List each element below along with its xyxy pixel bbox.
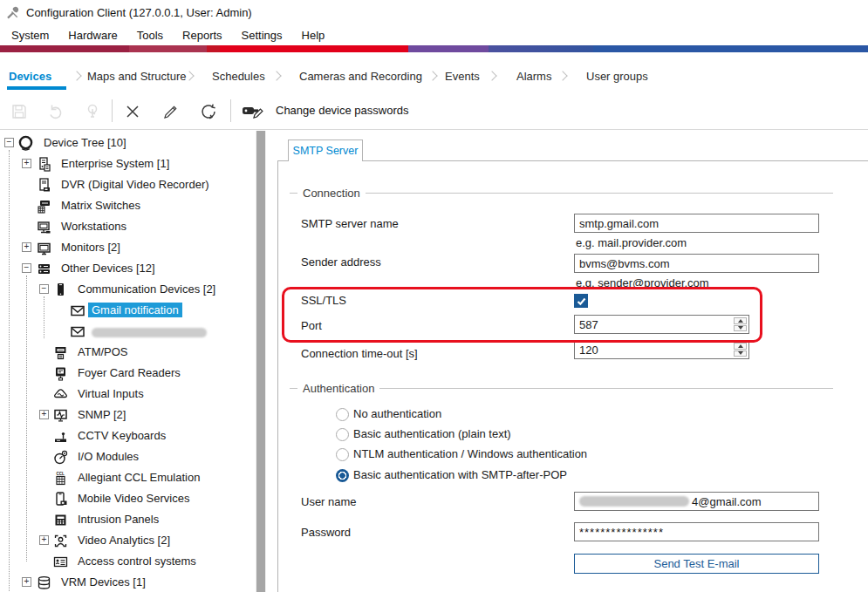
change-passwords-label[interactable]: Change device passwords: [276, 104, 408, 117]
refresh-button[interactable]: [199, 102, 218, 121]
connection-section-header: Connection: [290, 187, 833, 200]
tree-row[interactable]: Mobile Video Services: [0, 488, 256, 509]
auth-option-label[interactable]: NTLM authentication / Windows authentica…: [353, 447, 587, 460]
tree-row[interactable]: [0, 321, 256, 342]
tab-alarms[interactable]: Alarms: [516, 70, 551, 83]
tree-row[interactable]: +Enterprise System [1]: [0, 153, 256, 174]
tree-item-label[interactable]: Foyer Card Readers: [74, 365, 184, 380]
auth-option-label[interactable]: No authentication: [353, 407, 441, 420]
tree-expander-collapse[interactable]: −: [22, 263, 31, 273]
tree-row[interactable]: CCTV Keyboards: [0, 425, 256, 446]
tree-item-label[interactable]: DVR (Digital Video Recorder): [58, 177, 213, 192]
tab-user-groups[interactable]: User groups: [586, 70, 648, 83]
tree-row[interactable]: Gmail notification: [0, 300, 256, 321]
tree-row[interactable]: Access control systems: [0, 551, 256, 572]
auth-radio-selected[interactable]: [336, 469, 349, 482]
auth-option-label[interactable]: Basic authentication with SMTP-after-POP: [353, 468, 567, 481]
tree-item-label[interactable]: SNMP [2]: [74, 407, 129, 422]
tree-row[interactable]: I/O Modules: [0, 446, 256, 467]
scrollbar-thumb[interactable]: [256, 131, 265, 592]
active-tab-underline: [7, 86, 66, 90]
tree-row[interactable]: +Monitors [2]: [0, 237, 256, 258]
tree-row[interactable]: +SNMP [2]: [0, 405, 256, 425]
tree-item-label[interactable]: Matrix Switches: [58, 198, 144, 213]
spin-up-icon[interactable]: [734, 317, 747, 324]
activate-button[interactable]: [83, 102, 102, 121]
tree-item-label[interactable]: Intrusion Panels: [74, 512, 162, 527]
tree-item-label[interactable]: Device Tree [10]: [40, 135, 130, 150]
menu-bar: System Hardware Tools Reports Settings H…: [0, 24, 868, 45]
tree-expander-expand[interactable]: +: [22, 242, 31, 252]
sender-address-input[interactable]: bvms@bvms.com: [574, 254, 819, 273]
tree-item-label[interactable]: Other Devices [12]: [58, 261, 159, 276]
tree-expander-collapse[interactable]: −: [4, 138, 14, 147]
ssl-tls-checkbox[interactable]: [574, 294, 588, 308]
port-spinner[interactable]: [734, 317, 747, 331]
spin-down-icon[interactable]: [734, 325, 747, 332]
tree-row[interactable]: Virtual Inputs: [0, 384, 256, 405]
delete-button[interactable]: [123, 102, 142, 121]
tree-row[interactable]: Workstations: [0, 216, 256, 237]
tree-item-label[interactable]: CCTV Keyboards: [74, 428, 169, 443]
menu-item-hardware[interactable]: Hardware: [58, 26, 126, 44]
tree-row[interactable]: Intrusion Panels: [0, 509, 256, 530]
tree-item-label[interactable]: Video Analytics [2]: [74, 533, 174, 548]
tree-row[interactable]: −Communication Devices [2]: [0, 279, 256, 300]
tab-cameras-and-recording[interactable]: Cameras and Recording: [299, 70, 422, 83]
tree-item-label[interactable]: Virtual Inputs: [74, 386, 147, 401]
tab-devices[interactable]: Devices: [9, 70, 51, 83]
save-button[interactable]: [10, 102, 29, 121]
tree-expander-expand[interactable]: +: [39, 410, 49, 419]
tab-maps-and-structure[interactable]: Maps and Structure: [87, 70, 186, 83]
menu-item-reports[interactable]: Reports: [173, 26, 232, 44]
undo-button[interactable]: [46, 102, 65, 121]
tree-item-label[interactable]: I/O Modules: [74, 449, 142, 464]
auth-option-label[interactable]: Basic authentication (plain text): [353, 427, 511, 440]
tree-row[interactable]: Matrix Switches: [0, 195, 256, 216]
tree-item-label[interactable]: Enterprise System [1]: [58, 156, 173, 171]
tree-row[interactable]: +Video Analytics [2]: [0, 530, 256, 551]
tree-item-label[interactable]: Access control systems: [74, 554, 200, 568]
tree-row[interactable]: CCLAllegiant CCL Emulation: [0, 467, 256, 488]
menu-item-system[interactable]: System: [2, 26, 58, 44]
timeout-input[interactable]: 120: [574, 340, 749, 359]
tree-expander-expand[interactable]: +: [22, 159, 31, 168]
spin-down-icon[interactable]: [734, 350, 747, 357]
tree-row[interactable]: DVR (Digital Video Recorder): [0, 174, 256, 195]
smtp-server-name-input[interactable]: smtp.gmail.com: [574, 214, 819, 233]
tree-row[interactable]: −Other Devices [12]: [0, 258, 256, 279]
menu-item-help[interactable]: Help: [292, 26, 335, 44]
auth-radio-unselected[interactable]: [336, 428, 349, 441]
auth-radio-unselected[interactable]: [336, 408, 349, 421]
tab-smtp-server[interactable]: SMTP Server: [288, 139, 363, 161]
tab-events[interactable]: Events: [445, 70, 480, 83]
tree-expander-expand[interactable]: +: [22, 577, 31, 587]
tab-schedules[interactable]: Schedules: [212, 70, 265, 83]
tree-row[interactable]: −Device Tree [10]: [0, 133, 256, 153]
tree-item-label[interactable]: Communication Devices [2]: [74, 282, 219, 296]
auth-radio-unselected[interactable]: [336, 448, 349, 461]
port-input[interactable]: 587: [574, 315, 749, 334]
tree-row[interactable]: +VRM Devices [1]: [0, 572, 256, 592]
tree-row[interactable]: Foyer Card Readers: [0, 363, 256, 384]
timeout-spinner[interactable]: [734, 343, 747, 357]
spin-up-icon[interactable]: [734, 343, 747, 350]
send-test-email-button[interactable]: Send Test E-mail: [574, 554, 819, 574]
tree-item-label[interactable]: ATM/POS: [74, 344, 132, 359]
password-input[interactable]: ****************: [574, 522, 819, 541]
tree-item-label[interactable]: Mobile Video Services: [74, 491, 193, 506]
menu-item-tools[interactable]: Tools: [127, 26, 173, 44]
change-passwords-icon[interactable]: [241, 102, 267, 121]
menu-item-settings[interactable]: Settings: [232, 26, 292, 44]
tree-item-label[interactable]: Workstations: [58, 219, 130, 234]
user-name-input[interactable]: 4@gmail.com: [574, 492, 819, 511]
tree-item-label[interactable]: VRM Devices [1]: [58, 575, 149, 589]
tree-expander-collapse[interactable]: −: [39, 284, 49, 294]
edit-pencil-button[interactable]: [161, 102, 181, 121]
tree-scrollbar[interactable]: [256, 131, 266, 592]
tree-expander-expand[interactable]: +: [39, 535, 49, 545]
tree-item-label[interactable]: Gmail notification: [88, 303, 182, 317]
tree-item-label[interactable]: Monitors [2]: [58, 240, 124, 255]
tree-item-label[interactable]: Allegiant CCL Emulation: [74, 470, 203, 485]
tree-row[interactable]: ATM/POS: [0, 342, 256, 363]
